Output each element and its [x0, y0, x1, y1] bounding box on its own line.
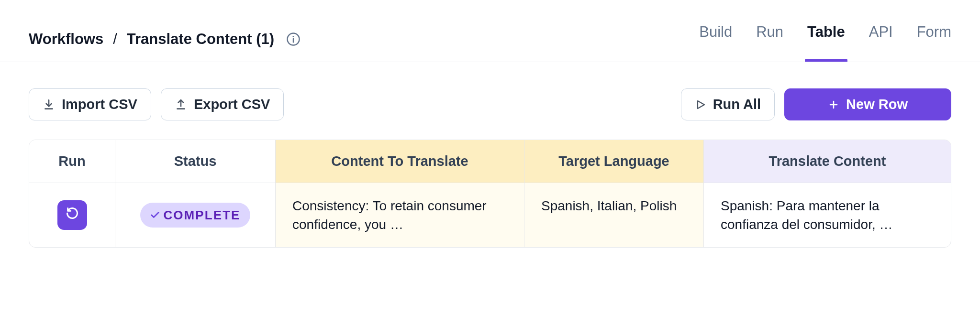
- cell-language[interactable]: Spanish, Italian, Polish: [524, 183, 704, 247]
- tab-table[interactable]: Table: [807, 17, 845, 62]
- upload-icon: [175, 98, 187, 111]
- rerun-icon: [66, 206, 79, 225]
- new-row-button[interactable]: New Row: [784, 88, 951, 120]
- tab-api[interactable]: API: [869, 17, 893, 62]
- check-icon: [150, 210, 160, 220]
- import-csv-label: Import CSV: [62, 97, 137, 112]
- cell-status: COMPLETE: [115, 183, 276, 247]
- col-header-content[interactable]: Content To Translate: [276, 140, 524, 183]
- breadcrumb-current[interactable]: Translate Content (1): [127, 31, 274, 48]
- export-csv-label: Export CSV: [194, 97, 270, 112]
- tabs: Build Run Table API Form: [699, 17, 951, 62]
- run-row-button[interactable]: [57, 200, 87, 230]
- cell-translate[interactable]: Spanish: Para mantener la confianza del …: [704, 183, 951, 247]
- play-icon: [695, 99, 706, 110]
- breadcrumb-separator: /: [113, 31, 117, 48]
- page-header: Workflows / Translate Content (1) Build …: [0, 0, 980, 62]
- col-header-status[interactable]: Status: [115, 140, 276, 183]
- run-all-label: Run All: [713, 97, 761, 112]
- download-icon: [43, 98, 55, 111]
- svg-point-2: [293, 36, 294, 37]
- col-header-language[interactable]: Target Language: [524, 140, 704, 183]
- status-label: COMPLETE: [163, 206, 240, 224]
- status-badge: COMPLETE: [140, 203, 250, 228]
- svg-marker-7: [698, 101, 704, 109]
- cell-content[interactable]: Consistency: To retain consumer confiden…: [276, 183, 524, 247]
- tab-form[interactable]: Form: [917, 17, 951, 62]
- data-table: Run Status Content To Translate Target L…: [29, 140, 951, 248]
- col-header-run[interactable]: Run: [29, 140, 115, 183]
- table-wrap: Run Status Content To Translate Target L…: [0, 120, 980, 248]
- run-all-button[interactable]: Run All: [681, 88, 775, 120]
- tab-build[interactable]: Build: [699, 17, 732, 62]
- breadcrumb-root[interactable]: Workflows: [29, 31, 103, 48]
- export-csv-button[interactable]: Export CSV: [161, 88, 284, 120]
- col-header-translate[interactable]: Translate Content: [704, 140, 951, 183]
- toolbar-left: Import CSV Export CSV: [29, 88, 284, 120]
- table-row: COMPLETE Consistency: To retain consumer…: [29, 183, 951, 247]
- new-row-label: New Row: [846, 97, 908, 112]
- info-icon[interactable]: [286, 32, 301, 46]
- tab-run[interactable]: Run: [756, 17, 783, 62]
- cell-run: [29, 183, 115, 247]
- toolbar-right: Run All New Row: [681, 88, 951, 120]
- import-csv-button[interactable]: Import CSV: [29, 88, 151, 120]
- plus-icon: [828, 99, 839, 110]
- toolbar: Import CSV Export CSV Run All: [0, 62, 980, 120]
- table-header-row: Run Status Content To Translate Target L…: [29, 140, 951, 183]
- breadcrumb: Workflows / Translate Content (1): [29, 31, 301, 48]
